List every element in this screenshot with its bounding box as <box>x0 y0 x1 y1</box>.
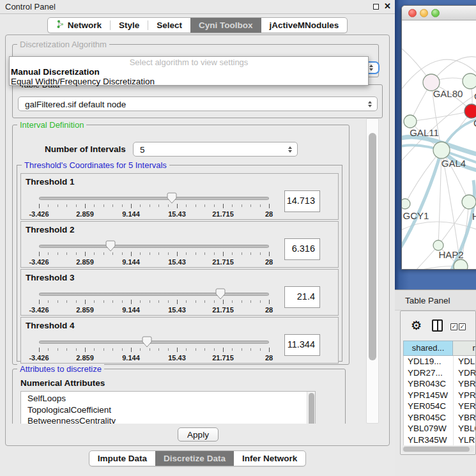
table-cell: YDL19... <box>454 356 476 367</box>
table-row[interactable]: YDL19...YDL19... <box>404 356 476 367</box>
settings-vertical-scrollbar[interactable] <box>366 118 379 424</box>
scrollbar-thumb[interactable] <box>403 447 470 452</box>
network-node[interactable] <box>462 195 476 209</box>
mac-close-button[interactable] <box>408 9 417 17</box>
network-node[interactable] <box>454 259 468 270</box>
slider-ticks <box>39 252 269 257</box>
slider-track[interactable] <box>39 245 269 248</box>
network-node-label: HAP2 <box>438 249 463 260</box>
threshold-label: Threshold 1 <box>26 177 75 187</box>
settings-scroll-area: Interval Definition Number of Intervals … <box>8 118 365 424</box>
threshold-value-field[interactable]: 14.713 <box>284 190 320 212</box>
attribute-item[interactable]: SelfLoops <box>21 393 307 404</box>
threshold-slider[interactable]: -3.4262.8599.14415.4321.71528 <box>39 335 269 362</box>
table-panel-toolbar: ⚙ <box>401 311 475 340</box>
scrollbar-thumb[interactable] <box>309 393 314 424</box>
network-node[interactable] <box>404 115 417 128</box>
slider-track[interactable] <box>39 341 269 344</box>
network-node[interactable] <box>463 73 476 89</box>
slider-ticks <box>39 348 269 353</box>
threshold-value-field[interactable]: 21.4 <box>284 286 320 308</box>
gear-icon[interactable]: ⚙ <box>411 318 422 333</box>
tab-select[interactable]: Select <box>148 18 190 33</box>
tab-style[interactable]: Style <box>111 18 148 33</box>
threshold-slider[interactable]: -3.4262.8599.14415.4321.71528 <box>39 240 269 266</box>
attributes-list[interactable]: SelfLoopsTopologicalCoefficientBetweenne… <box>20 391 316 424</box>
numerical-attributes-label: Numerical Attributes <box>20 378 105 388</box>
slider-track[interactable] <box>39 293 269 296</box>
tab-impute-data[interactable]: Impute Data <box>89 451 155 466</box>
table-row[interactable]: YBR043CYBR043C <box>404 378 476 390</box>
column-layout-icon[interactable] <box>432 319 443 332</box>
checkbox-icon[interactable] <box>459 323 466 330</box>
threshold-label: Threshold 4 <box>26 321 75 330</box>
mac-minimize-button[interactable] <box>420 9 428 17</box>
attributes-list-scrollbar[interactable] <box>307 392 315 424</box>
dropdown-placeholder-item[interactable]: Select algorithm to view settings <box>10 58 368 67</box>
column-header-name[interactable]: n... <box>453 341 476 356</box>
tab-infer-network[interactable]: Infer Network <box>234 451 305 466</box>
threshold-label: Threshold 2 <box>26 225 75 234</box>
tab-discretize-data[interactable]: Discretize Data <box>155 451 234 466</box>
right-area: GAL80GACGAL11GAL4GCY1HHAP2 Table Panel ⚙… <box>395 0 476 476</box>
threshold-value-field[interactable]: 6.316 <box>284 238 320 260</box>
checkbox-icon[interactable] <box>450 323 457 330</box>
slider-thumb[interactable] <box>215 288 226 300</box>
table-row[interactable]: YLR345WYLR345W <box>404 434 476 446</box>
algorithm-dropdown-popup: Select algorithm to view settings Manual… <box>9 56 369 86</box>
slider-track[interactable] <box>39 197 269 200</box>
window-title: Control Panel <box>5 2 56 12</box>
table-horizontal-scrollbar[interactable] <box>402 446 474 452</box>
table-cell: YLR345W <box>404 434 454 446</box>
thresholds-group: Threshold's Coordinates for 5 Intervals … <box>17 165 342 362</box>
network-node-label: GCY1 <box>403 210 429 221</box>
table-data-combo[interactable]: galFiltered.sif default node <box>18 96 378 111</box>
slider-ticks <box>39 204 269 209</box>
dropdown-item-manual-discretization[interactable]: Manual Discretization <box>10 67 368 77</box>
apply-row: Apply <box>6 425 390 444</box>
table-row[interactable]: YDR27...YDR27... <box>404 367 476 379</box>
slider-thumb[interactable] <box>105 240 116 252</box>
table-cell: YBR043C <box>404 378 454 390</box>
float-window-icon[interactable] <box>373 4 379 10</box>
threshold-slider[interactable]: -3.4262.8599.14415.4321.71528 <box>39 288 269 314</box>
node-table: shared... n... YDL19...YDL19...YDR27...Y… <box>403 341 476 445</box>
tab-cyni-toolbox[interactable]: Cyni Toolbox <box>190 18 261 33</box>
slider-thumb[interactable] <box>142 336 152 348</box>
table-row[interactable]: YBR045CYBR045C <box>404 412 476 424</box>
slider-ticks <box>39 300 269 305</box>
slider-thumb[interactable] <box>167 192 177 204</box>
table-row[interactable]: YBL079WYBL079W <box>404 423 476 434</box>
network-node[interactable] <box>464 104 476 118</box>
table-cell: YPR145W <box>454 390 476 401</box>
top-tab-bar: Network Style Select Cyni Toolbox jActiv… <box>47 17 348 33</box>
table-panel-title: Table Panel <box>405 296 450 305</box>
control-panel-window: Control Panel ✕ Network <box>0 0 395 476</box>
table-panel: ⚙ shared... n... YDL19...YDL19...YDR27..… <box>400 311 476 455</box>
table-cell: YBL079W <box>454 423 476 434</box>
network-node[interactable] <box>433 142 450 158</box>
mac-zoom-button[interactable] <box>431 9 440 17</box>
attribute-item[interactable]: TopologicalCoefficient <box>21 404 307 416</box>
threshold-row: Threshold 4 -3.4262.8599.14415.4321.7152… <box>20 317 339 364</box>
tab-network[interactable]: Network <box>48 18 110 33</box>
close-icon[interactable]: ✕ <box>384 1 391 11</box>
threshold-slider[interactable]: -3.4262.8599.14415.4321.71528 <box>39 192 269 219</box>
network-node-label: H <box>472 211 476 222</box>
network-canvas[interactable]: GAL80GACGAL11GAL4GCY1HHAP2 <box>402 20 476 270</box>
table-cell: YLR345W <box>454 434 476 446</box>
apply-button[interactable]: Apply <box>178 427 219 441</box>
column-header-shared-name[interactable]: shared... <box>403 341 453 356</box>
table-row[interactable]: YPR145WYPR145W <box>404 390 476 401</box>
threshold-value-field[interactable]: 11.344 <box>284 334 320 356</box>
network-node-label: GAL4 <box>441 158 466 169</box>
table-cell: YDR27... <box>404 367 454 379</box>
tab-jactivemnodules[interactable]: jActiveMNodules <box>261 18 348 33</box>
number-of-intervals-combo[interactable]: 5 <box>133 142 298 157</box>
attributes-group-label: Attributes to discretize <box>17 364 104 374</box>
dropdown-item-equal-width[interactable]: Equal Width/Frequency Discretization <box>10 77 368 86</box>
network-node[interactable] <box>402 199 410 209</box>
scrollbar-thumb[interactable] <box>369 133 376 360</box>
table-row[interactable]: YER054CYER054C <box>404 401 476 412</box>
attribute-item[interactable]: BetweennessCentrality <box>21 415 307 424</box>
